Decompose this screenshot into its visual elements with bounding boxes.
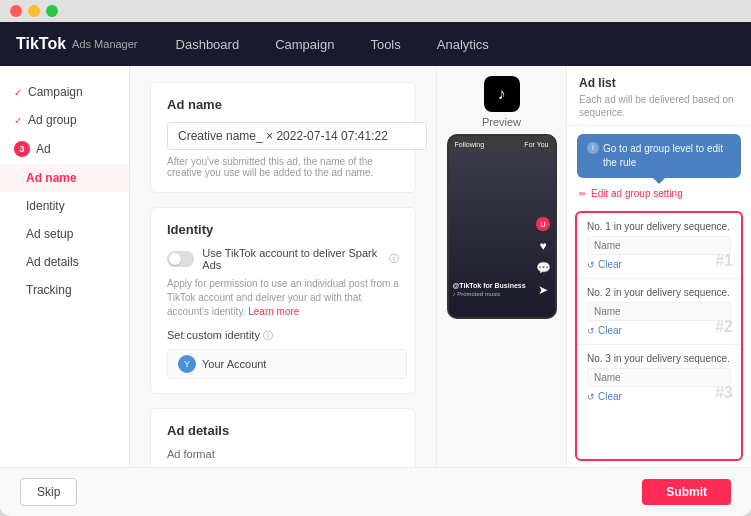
titlebar — [0, 0, 751, 22]
tooltip-overlay: i Go to ad group level to edit the rule — [577, 134, 741, 178]
addetails-section: Ad details Ad format ▶ Single video Crea… — [150, 408, 416, 467]
edit-link-row: ✏ Edit ad group setting — [567, 186, 751, 205]
adname-hint: After you've submitted this ad, the name… — [167, 156, 399, 178]
clear-label-1: Clear — [598, 259, 622, 270]
user-avatar: U — [536, 217, 550, 231]
seq-num-3: #3 — [715, 384, 733, 402]
minimize-btn[interactable] — [28, 5, 40, 17]
bottom-bar: Skip Submit — [0, 467, 751, 516]
identity-hint: Apply for permission to use an individua… — [167, 277, 399, 319]
identity-title: Identity — [167, 222, 399, 237]
adname-input[interactable] — [167, 122, 427, 150]
adlist-item-3: No. 3 in your delivery sequence. ↺ Clear… — [577, 345, 741, 410]
app-window: TikTok Ads Manager Dashboard Campaign To… — [0, 0, 751, 516]
foryou-label: For You — [524, 141, 548, 148]
seq-num-1: #1 — [715, 252, 733, 270]
brand-subtitle: Ads Manager — [72, 38, 137, 50]
sidebar-item-adname[interactable]: Ad name — [0, 164, 129, 192]
adlist-desc: Each ad will be delivered based on seque… — [579, 93, 739, 119]
identity-section: Identity Use TikTok account to deliver S… — [150, 207, 416, 394]
adname-input-1[interactable] — [587, 236, 731, 255]
clear-btn-2[interactable]: ↺ Clear — [587, 325, 731, 336]
custom-identity-label: Set custom identity ⓘ — [167, 329, 399, 343]
content-area: Ad name After you've submitted this ad, … — [130, 66, 436, 467]
main-layout: ✓ Campaign ✓ Ad group 3 Ad Ad name Ident… — [0, 66, 751, 467]
sidebar-label-identity: Identity — [26, 199, 65, 213]
nav-campaign[interactable]: Campaign — [269, 33, 340, 56]
clear-btn-3[interactable]: ↺ Clear — [587, 391, 731, 402]
addetails-title: Ad details — [167, 423, 399, 438]
learn-more-link[interactable]: Learn more — [248, 306, 299, 317]
adname-title: Ad name — [167, 97, 399, 112]
edit-pencil-icon: ✏ — [579, 189, 587, 199]
sidebar-item-adsetup[interactable]: Ad setup — [0, 220, 129, 248]
toggle-knob — [169, 253, 181, 265]
phone-side-icons: U ♥ 💬 ➤ — [536, 217, 551, 297]
info-icon: ⓘ — [389, 252, 399, 266]
clear-label-2: Clear — [598, 325, 622, 336]
sidebar-item-adgroup[interactable]: ✓ Ad group — [0, 106, 129, 134]
custom-identity-info-icon: ⓘ — [263, 330, 273, 341]
ad-badge: 3 — [14, 141, 30, 157]
phone-content: @TikTok for Business ♪ Promoted music U … — [449, 152, 555, 317]
tooltip-arrow — [653, 178, 665, 184]
check-icon: ✓ — [14, 87, 22, 98]
adlist-title: Ad list — [579, 76, 739, 90]
sidebar-label-addetails: Ad details — [26, 255, 79, 269]
seq-label-1: No. 1 in your delivery sequence. — [587, 221, 731, 232]
preview-panel: ♪ Preview Following For You @TikTok for … — [436, 66, 566, 467]
edit-adgroup-link[interactable]: Edit ad group setting — [587, 188, 687, 199]
clear-label-3: Clear — [598, 391, 622, 402]
nav-tools[interactable]: Tools — [364, 33, 406, 56]
sidebar-item-tracking[interactable]: Tracking — [0, 276, 129, 304]
seq-label-2: No. 2 in your delivery sequence. — [587, 287, 731, 298]
seq-label-3: No. 3 in your delivery sequence. — [587, 353, 731, 364]
close-btn[interactable] — [10, 5, 22, 17]
phone-preview: Following For You @TikTok for Business ♪… — [447, 134, 557, 319]
skip-button[interactable]: Skip — [20, 478, 77, 506]
hint-text-1: Apply for permission to use an individua… — [167, 278, 399, 303]
adname-input-3[interactable] — [587, 368, 731, 387]
check-icon-2: ✓ — [14, 115, 22, 126]
adlist-item-1: No. 1 in your delivery sequence. ↺ Clear… — [577, 213, 741, 279]
brand-name: TikTok — [16, 35, 66, 53]
following-label: Following — [455, 141, 485, 148]
sidebar-item-identity[interactable]: Identity — [0, 192, 129, 220]
clear-icon-2: ↺ — [587, 326, 595, 336]
adname-input-2[interactable] — [587, 302, 731, 321]
adlist-scroll: No. 1 in your delivery sequence. ↺ Clear… — [575, 211, 743, 461]
nav-dashboard[interactable]: Dashboard — [170, 33, 246, 56]
top-nav: TikTok Ads Manager Dashboard Campaign To… — [0, 22, 751, 66]
sidebar-label-adsetup: Ad setup — [26, 227, 73, 241]
spark-ads-label: Use TikTok account to deliver Spark Ads — [202, 247, 381, 271]
sidebar-item-addetails[interactable]: Ad details — [0, 248, 129, 276]
account-name: Your Account — [202, 358, 266, 370]
clear-btn-1[interactable]: ↺ Clear — [587, 259, 731, 270]
sidebar-item-campaign[interactable]: ✓ Campaign — [0, 78, 129, 106]
tooltip-text: Go to ad group level to edit the rule — [603, 142, 731, 170]
sidebar-item-ad[interactable]: 3 Ad — [0, 134, 129, 164]
sidebar-label-ad: Ad — [36, 142, 51, 156]
phone-top-bar: Following For You — [449, 136, 555, 152]
adlist-panel: Ad list Each ad will be delivered based … — [566, 66, 751, 467]
sidebar-label-adname: Ad name — [26, 171, 77, 185]
tooltip-info-icon: i — [587, 142, 599, 154]
sidebar-label-adgroup: Ad group — [28, 113, 77, 127]
comment-icon: 💬 — [536, 261, 551, 275]
preview-label: Preview — [482, 116, 521, 128]
account-row[interactable]: Y Your Account — [167, 349, 407, 379]
nav-analytics[interactable]: Analytics — [431, 33, 495, 56]
account-avatar: Y — [178, 355, 196, 373]
tooltip-content: i Go to ad group level to edit the rule — [587, 142, 731, 170]
adformat-label: Ad format — [167, 448, 399, 460]
seq-num-2: #2 — [715, 318, 733, 336]
brand-logo: TikTok Ads Manager — [16, 35, 138, 53]
adname-section: Ad name After you've submitted this ad, … — [150, 82, 416, 193]
spark-ads-toggle[interactable] — [167, 251, 194, 267]
adlist-item-2: No. 2 in your delivery sequence. ↺ Clear… — [577, 279, 741, 345]
maximize-btn[interactable] — [46, 5, 58, 17]
clear-icon-1: ↺ — [587, 260, 595, 270]
submit-button[interactable]: Submit — [642, 479, 731, 505]
tiktok-app-icon: ♪ — [484, 76, 520, 112]
sidebar-label-tracking: Tracking — [26, 283, 72, 297]
